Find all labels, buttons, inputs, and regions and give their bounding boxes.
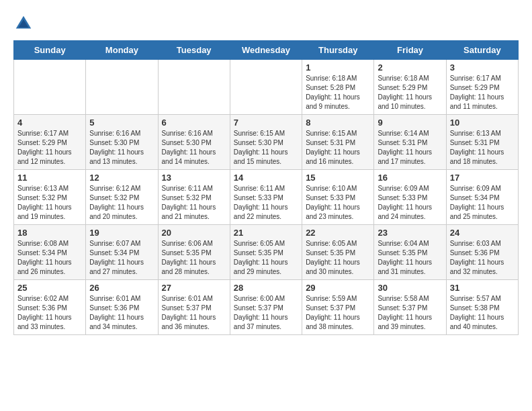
- day-info: Sunrise: 6:00 AM Sunset: 5:37 PM Dayligh…: [234, 294, 298, 332]
- calendar-cell: 21Sunrise: 6:05 AM Sunset: 5:35 PM Dayli…: [230, 225, 302, 280]
- day-number: 11: [17, 173, 82, 183]
- week-row-2: 4Sunrise: 6:17 AM Sunset: 5:29 PM Daylig…: [14, 115, 519, 170]
- day-number: 13: [162, 173, 226, 183]
- day-number: 19: [89, 228, 154, 238]
- day-info: Sunrise: 6:09 AM Sunset: 5:34 PM Dayligh…: [450, 184, 515, 222]
- day-number: 6: [162, 118, 226, 128]
- day-number: 18: [17, 228, 82, 238]
- day-number: 24: [450, 228, 515, 238]
- day-number: 26: [89, 283, 154, 293]
- day-info: Sunrise: 6:09 AM Sunset: 5:33 PM Dayligh…: [378, 184, 442, 222]
- day-info: Sunrise: 6:14 AM Sunset: 5:31 PM Dayligh…: [378, 129, 442, 167]
- calendar-cell: 20Sunrise: 6:06 AM Sunset: 5:35 PM Dayli…: [158, 225, 230, 280]
- calendar-cell: 27Sunrise: 6:01 AM Sunset: 5:37 PM Dayli…: [158, 280, 230, 335]
- day-info: Sunrise: 6:04 AM Sunset: 5:35 PM Dayligh…: [378, 239, 442, 277]
- calendar-cell: 19Sunrise: 6:07 AM Sunset: 5:34 PM Dayli…: [86, 225, 158, 280]
- day-number: 21: [234, 228, 298, 238]
- calendar-cell: 5Sunrise: 6:16 AM Sunset: 5:30 PM Daylig…: [86, 115, 158, 170]
- calendar-cell: 9Sunrise: 6:14 AM Sunset: 5:31 PM Daylig…: [374, 115, 446, 170]
- calendar-table: SundayMondayTuesdayWednesdayThursdayFrid…: [13, 40, 519, 335]
- calendar-cell: 15Sunrise: 6:10 AM Sunset: 5:33 PM Dayli…: [302, 170, 374, 225]
- calendar-cell: 31Sunrise: 5:57 AM Sunset: 5:38 PM Dayli…: [446, 280, 518, 335]
- day-info: Sunrise: 6:06 AM Sunset: 5:35 PM Dayligh…: [162, 239, 226, 277]
- day-number: 22: [306, 228, 370, 238]
- day-info: Sunrise: 6:17 AM Sunset: 5:29 PM Dayligh…: [450, 74, 515, 111]
- day-number: 23: [378, 228, 442, 238]
- calendar-cell: 1Sunrise: 6:18 AM Sunset: 5:28 PM Daylig…: [302, 60, 374, 115]
- day-info: Sunrise: 6:13 AM Sunset: 5:32 PM Dayligh…: [17, 184, 82, 222]
- calendar-cell: 18Sunrise: 6:08 AM Sunset: 5:34 PM Dayli…: [14, 225, 86, 280]
- calendar-cell: 16Sunrise: 6:09 AM Sunset: 5:33 PM Dayli…: [374, 170, 446, 225]
- day-number: 5: [89, 118, 154, 128]
- calendar-cell: 29Sunrise: 5:59 AM Sunset: 5:37 PM Dayli…: [302, 280, 374, 335]
- day-info: Sunrise: 6:02 AM Sunset: 5:36 PM Dayligh…: [17, 294, 82, 332]
- day-number: 10: [450, 118, 515, 128]
- day-info: Sunrise: 6:12 AM Sunset: 5:32 PM Dayligh…: [89, 184, 154, 222]
- day-info: Sunrise: 6:07 AM Sunset: 5:34 PM Dayligh…: [89, 239, 154, 277]
- day-number: 14: [234, 173, 298, 183]
- calendar-body: 1Sunrise: 6:18 AM Sunset: 5:28 PM Daylig…: [14, 60, 519, 335]
- day-number: 20: [162, 228, 226, 238]
- day-info: Sunrise: 5:59 AM Sunset: 5:37 PM Dayligh…: [306, 294, 370, 332]
- day-number: 30: [378, 283, 442, 293]
- calendar-cell: 12Sunrise: 6:12 AM Sunset: 5:32 PM Dayli…: [86, 170, 158, 225]
- day-number: 27: [162, 283, 226, 293]
- calendar-cell: 3Sunrise: 6:17 AM Sunset: 5:29 PM Daylig…: [446, 60, 518, 115]
- calendar-cell: 22Sunrise: 6:05 AM Sunset: 5:35 PM Dayli…: [302, 225, 374, 280]
- day-number: 28: [234, 283, 298, 293]
- calendar-cell: [230, 60, 302, 115]
- day-info: Sunrise: 6:11 AM Sunset: 5:32 PM Dayligh…: [162, 184, 226, 222]
- day-info: Sunrise: 6:15 AM Sunset: 5:31 PM Dayligh…: [306, 129, 370, 167]
- day-header-sunday: Sunday: [14, 41, 86, 60]
- logo-icon: [13, 13, 34, 34]
- week-row-3: 11Sunrise: 6:13 AM Sunset: 5:32 PM Dayli…: [14, 170, 519, 225]
- day-number: 17: [450, 173, 515, 183]
- day-info: Sunrise: 6:01 AM Sunset: 5:37 PM Dayligh…: [162, 294, 226, 332]
- day-info: Sunrise: 5:58 AM Sunset: 5:37 PM Dayligh…: [378, 294, 442, 332]
- day-number: 29: [306, 283, 370, 293]
- calendar-cell: 10Sunrise: 6:13 AM Sunset: 5:31 PM Dayli…: [446, 115, 518, 170]
- calendar-cell: 26Sunrise: 6:01 AM Sunset: 5:36 PM Dayli…: [86, 280, 158, 335]
- calendar-cell: 8Sunrise: 6:15 AM Sunset: 5:31 PM Daylig…: [302, 115, 374, 170]
- day-info: Sunrise: 6:18 AM Sunset: 5:29 PM Dayligh…: [378, 74, 442, 111]
- logo: [13, 13, 38, 34]
- day-info: Sunrise: 6:15 AM Sunset: 5:30 PM Dayligh…: [234, 129, 298, 167]
- calendar-cell: 2Sunrise: 6:18 AM Sunset: 5:29 PM Daylig…: [374, 60, 446, 115]
- day-info: Sunrise: 6:08 AM Sunset: 5:34 PM Dayligh…: [17, 239, 82, 277]
- calendar-cell: 14Sunrise: 6:11 AM Sunset: 5:33 PM Dayli…: [230, 170, 302, 225]
- day-number: 12: [89, 173, 154, 183]
- calendar-cell: 17Sunrise: 6:09 AM Sunset: 5:34 PM Dayli…: [446, 170, 518, 225]
- day-header-thursday: Thursday: [302, 41, 374, 60]
- calendar-header: SundayMondayTuesdayWednesdayThursdayFrid…: [14, 41, 519, 60]
- day-info: Sunrise: 6:05 AM Sunset: 5:35 PM Dayligh…: [306, 239, 370, 277]
- day-number: 15: [306, 173, 370, 183]
- header: [13, 13, 519, 34]
- day-header-wednesday: Wednesday: [230, 41, 302, 60]
- day-number: 16: [378, 173, 442, 183]
- day-number: 31: [450, 283, 515, 293]
- calendar-cell: 23Sunrise: 6:04 AM Sunset: 5:35 PM Dayli…: [374, 225, 446, 280]
- calendar-cell: 6Sunrise: 6:16 AM Sunset: 5:30 PM Daylig…: [158, 115, 230, 170]
- day-number: 4: [17, 118, 82, 128]
- header-row: SundayMondayTuesdayWednesdayThursdayFrid…: [14, 41, 519, 60]
- day-header-friday: Friday: [374, 41, 446, 60]
- calendar-cell: 7Sunrise: 6:15 AM Sunset: 5:30 PM Daylig…: [230, 115, 302, 170]
- calendar-cell: 25Sunrise: 6:02 AM Sunset: 5:36 PM Dayli…: [14, 280, 86, 335]
- day-info: Sunrise: 6:11 AM Sunset: 5:33 PM Dayligh…: [234, 184, 298, 222]
- day-header-monday: Monday: [86, 41, 158, 60]
- page-container: SundayMondayTuesdayWednesdayThursdayFrid…: [13, 13, 519, 335]
- day-number: 2: [378, 62, 442, 73]
- day-info: Sunrise: 6:17 AM Sunset: 5:29 PM Dayligh…: [17, 129, 82, 167]
- day-info: Sunrise: 6:10 AM Sunset: 5:33 PM Dayligh…: [306, 184, 370, 222]
- day-number: 3: [450, 62, 515, 73]
- day-info: Sunrise: 6:13 AM Sunset: 5:31 PM Dayligh…: [450, 129, 515, 167]
- calendar-cell: [158, 60, 230, 115]
- day-number: 9: [378, 118, 442, 128]
- week-row-1: 1Sunrise: 6:18 AM Sunset: 5:28 PM Daylig…: [14, 60, 519, 115]
- calendar-cell: 11Sunrise: 6:13 AM Sunset: 5:32 PM Dayli…: [14, 170, 86, 225]
- calendar-cell: 28Sunrise: 6:00 AM Sunset: 5:37 PM Dayli…: [230, 280, 302, 335]
- day-info: Sunrise: 5:57 AM Sunset: 5:38 PM Dayligh…: [450, 294, 515, 332]
- calendar-cell: [14, 60, 86, 115]
- day-number: 8: [306, 118, 370, 128]
- day-info: Sunrise: 6:16 AM Sunset: 5:30 PM Dayligh…: [89, 129, 154, 167]
